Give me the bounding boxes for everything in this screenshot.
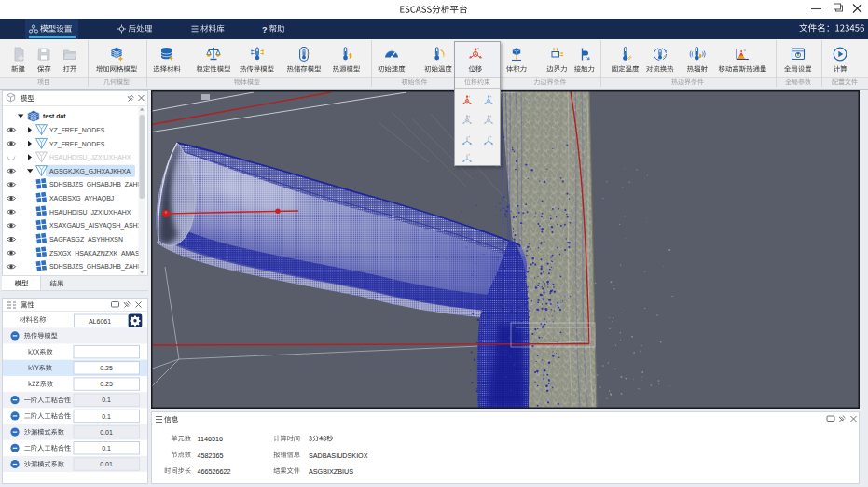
svg-text:XSAXGAUS_AISYAQSH_ASHX: XSAXGAUS_AISYAQSH_ASHX [49, 222, 142, 230]
svg-text:?: ? [262, 24, 268, 34]
svg-text:0.1: 0.1 [102, 397, 111, 403]
svg-text:ZSXGX_HSAKAZNZXK_AMASX: ZSXGX_HSAKAZNZXK_AMASX [49, 250, 144, 257]
svg-text:SDHSBJZS_GHSABJHB_ZAHU: SDHSBJZS_GHSABJHB_ZAHU [49, 181, 143, 188]
svg-text:0.1: 0.1 [102, 445, 111, 452]
svg-text:AL6061: AL6061 [89, 318, 111, 325]
svg-text:YZ_FREE_NODES: YZ_FREE_NODES [49, 141, 105, 148]
svg-text:AGSGKJKG_GJHXAJKHXA: AGSGKJKG_GJHXAJKHXA [49, 168, 131, 175]
svg-text:0.25: 0.25 [100, 381, 113, 387]
svg-text:SDHSBJZS_GHSABJHB_ZAHU: SDHSBJZS_GHSABJHB_ZAHU [49, 263, 143, 271]
svg-text:test.dat: test.dat [43, 113, 66, 119]
svg-text:0.25: 0.25 [100, 365, 113, 371]
svg-text:0.01: 0.01 [100, 429, 113, 436]
svg-text:HSAUHDISU_JZXIUXHAHX: HSAUHDISU_JZXIUXHAHX [49, 154, 131, 161]
svg-text:0.01: 0.01 [100, 461, 113, 467]
svg-text:SAGFASGZ_ASYHHXSN: SAGFASGZ_ASYHHXSN [49, 236, 123, 244]
svg-text:YZ_FREE_NODES: YZ_FREE_NODES [49, 127, 105, 134]
svg-text:HSAUHDISU_JZXIUXHAHX: HSAUHDISU_JZXIUXHAHX [49, 209, 131, 216]
svg-text:0.1: 0.1 [102, 413, 111, 420]
svg-text:XAGBSXG_AYHAQBJ: XAGBSXG_AYHAQBJ [49, 195, 114, 202]
